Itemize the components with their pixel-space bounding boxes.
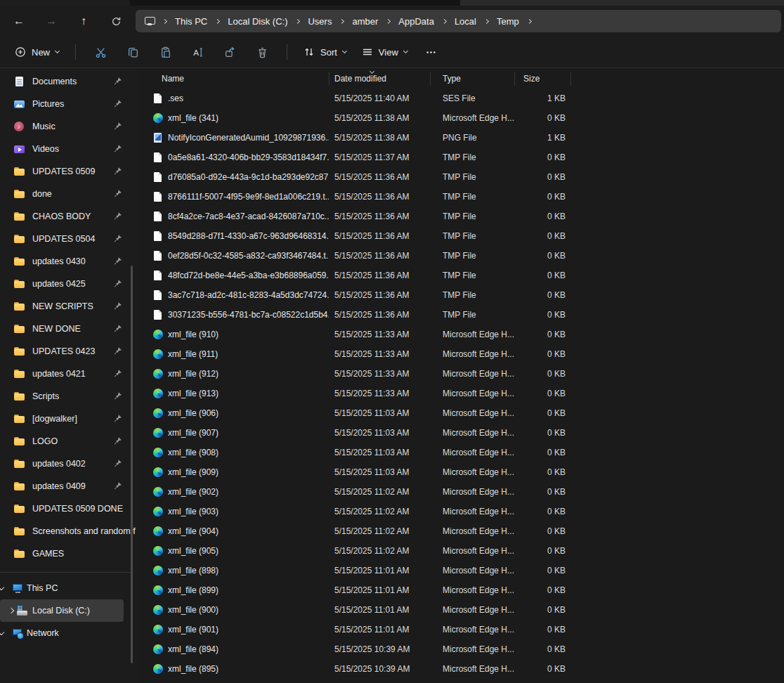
table-row[interactable]: xml_file (341)5/15/2025 11:38 AMMicrosof… (141, 108, 784, 128)
breadcrumb-item[interactable]: This PC (174, 15, 209, 28)
address-bar[interactable]: This PCLocal Disk (C:)UsersamberAppDataL… (136, 10, 781, 32)
breadcrumb-item[interactable]: Temp (495, 15, 521, 28)
chevron-down-icon[interactable] (0, 630, 4, 635)
chevron-right-icon[interactable] (8, 608, 14, 613)
sidebar-tree-item-network[interactable]: Network (0, 622, 141, 644)
breadcrumb-item[interactable]: Local (453, 15, 478, 28)
table-row[interactable]: xml_file (910)5/15/2025 11:33 AMMicrosof… (141, 325, 784, 344)
sidebar-item-documents[interactable]: Documents (0, 70, 141, 93)
more-button[interactable] (415, 40, 447, 64)
sidebar-item-games[interactable]: GAMES (0, 542, 141, 565)
breadcrumb-chevron-icon[interactable] (527, 18, 532, 23)
rename-button[interactable]: A (181, 40, 214, 64)
share-button[interactable] (214, 40, 246, 64)
delete-button[interactable] (246, 40, 278, 64)
column-separator[interactable] (430, 72, 431, 86)
sidebar-item-scripts[interactable]: Scripts (0, 385, 141, 408)
sidebar-item-updates-0509-done[interactable]: UPDATES 0509 DONE (0, 497, 141, 520)
breadcrumb-item[interactable]: AppData (397, 15, 436, 28)
sidebar-item-updates-0421[interactable]: updates 0421 (0, 363, 141, 385)
sidebar-tree-item-this-pc[interactable]: This PC (0, 577, 141, 599)
table-row[interactable]: xml_file (903)5/15/2025 11:02 AMMicrosof… (141, 502, 784, 521)
breadcrumb-chevron-icon[interactable] (442, 18, 447, 23)
paste-button[interactable] (149, 40, 181, 64)
sidebar-item-logo[interactable]: LOGO (0, 430, 141, 453)
table-row[interactable]: xml_file (904)5/15/2025 11:02 AMMicrosof… (141, 521, 784, 541)
table-row[interactable]: xml_file (902)5/15/2025 11:02 AMMicrosof… (141, 482, 784, 502)
sidebar-tree-item-local-disk-c-[interactable]: Local Disk (C:) (0, 599, 124, 622)
up-button[interactable]: ↑ (70, 10, 97, 32)
back-button[interactable]: ← (6, 10, 32, 32)
sidebar-scrollbar-thumb[interactable] (131, 266, 133, 663)
breadcrumb-item[interactable]: Users (306, 15, 333, 28)
column-separator[interactable] (514, 72, 515, 86)
table-row[interactable]: 8cf4a2ce-7ac8-4e37-acad-8426087a710c....… (141, 207, 784, 226)
sidebar-item-updates-0423[interactable]: UPDATES 0423 (0, 340, 141, 363)
sidebar-item-pictures[interactable]: Pictures (0, 93, 141, 115)
sidebar-item-new-scripts[interactable]: NEW SCRIPTS (0, 295, 141, 318)
table-row[interactable]: 3ac7c718-ad2c-481c-8283-4a5d3dc74724...5… (141, 285, 784, 305)
breadcrumb-chevron-icon[interactable] (339, 18, 344, 23)
table-row[interactable]: 0a5e8a61-4320-406b-bb29-3583d18434f7....… (141, 148, 784, 167)
breadcrumb-chevron-icon[interactable] (295, 18, 300, 23)
sidebar-item-done[interactable]: done (0, 183, 141, 205)
table-row[interactable]: xml_file (898)5/15/2025 11:01 AMMicrosof… (141, 561, 784, 580)
table-row[interactable]: d76085a0-d92e-443a-9c1d-ba293de92c87...5… (141, 167, 784, 187)
table-row[interactable]: 8549d288-d7f1-4330-a67c-963d96468314....… (141, 226, 784, 246)
refresh-button[interactable] (103, 10, 129, 32)
table-row[interactable]: 30371235-b556-4781-bc7a-c08522c1d5b4...5… (141, 305, 784, 325)
sidebar-item-screenshots-and-random-f[interactable]: Screenshots and random f (0, 520, 141, 542)
sidebar-item-new-done[interactable]: NEW DONE (0, 318, 141, 340)
table-row[interactable]: 48fcd72d-be8e-44e5-a3ba-e3b68896a059...5… (141, 266, 784, 285)
breadcrumb-chevron-icon[interactable] (484, 18, 489, 23)
table-row[interactable]: 8766111f-5007-4f95-9e9f-8ed1a006c219.t..… (141, 187, 784, 207)
table-row[interactable]: xml_file (908)5/15/2025 11:03 AMMicrosof… (141, 443, 784, 462)
sidebar-item-updates-0402[interactable]: updates 0402 (0, 453, 141, 475)
table-row[interactable]: xml_file (907)5/15/2025 11:03 AMMicrosof… (141, 423, 784, 443)
copy-button[interactable] (117, 40, 149, 64)
chevron-down-icon[interactable] (0, 585, 4, 590)
column-separator[interactable] (570, 72, 571, 86)
breadcrumb-chevron-icon[interactable] (215, 18, 220, 23)
sidebar-item-chaos-body[interactable]: CHAOS BODY (0, 205, 141, 228)
sidebar-item-updates-0504[interactable]: UPDATES 0504 (0, 228, 141, 250)
column-header-date-modified[interactable]: Date modified (329, 74, 430, 84)
table-row[interactable]: NotifyIconGeneratedAumid_10929871936...5… (141, 128, 784, 148)
sidebar-item-updates-0425[interactable]: updates 0425 (0, 273, 141, 295)
column-header-type[interactable]: Type (430, 74, 514, 84)
view-button[interactable]: View (354, 40, 415, 64)
table-row[interactable]: xml_file (912)5/15/2025 11:33 AMMicrosof… (141, 364, 784, 384)
table-row[interactable]: xml_file (905)5/15/2025 11:02 AMMicrosof… (141, 541, 784, 561)
folder-icon (13, 413, 25, 424)
breadcrumb-chevron-icon[interactable] (386, 18, 391, 23)
table-row[interactable]: xml_file (895)5/15/2025 10:39 AMMicrosof… (141, 659, 784, 679)
table-row[interactable]: xml_file (909)5/15/2025 11:03 AMMicrosof… (141, 462, 784, 482)
sidebar-item-updates-0509[interactable]: UPDATES 0509 (0, 160, 141, 183)
sidebar-item--dogwalker-[interactable]: [dogwalker] (0, 408, 141, 430)
table-row[interactable]: 0ef28d5f-0c32-4585-a832-ca93f3467484.t..… (141, 246, 784, 266)
sidebar-item-updates-0409[interactable]: updates 0409 (0, 475, 141, 497)
table-row[interactable]: xml_file (913)5/15/2025 11:33 AMMicrosof… (141, 384, 784, 403)
new-button[interactable]: New (7, 40, 67, 64)
table-row[interactable]: xml_file (899)5/15/2025 11:01 AMMicrosof… (141, 580, 784, 600)
breadcrumb-item[interactable]: amber (351, 15, 379, 28)
forward-button[interactable]: → (38, 10, 65, 32)
cut-button[interactable] (84, 40, 117, 64)
column-header-size[interactable]: Size (514, 74, 570, 84)
sidebar-item-music[interactable]: Music (0, 115, 141, 138)
table-row[interactable]: xml_file (906)5/15/2025 11:03 AMMicrosof… (141, 403, 784, 423)
table-row[interactable]: xml_file (900)5/15/2025 11:01 AMMicrosof… (141, 600, 784, 620)
breadcrumb-item[interactable]: Local Disk (C:) (226, 15, 289, 28)
sidebar-item-videos[interactable]: Videos (0, 138, 141, 160)
table-row[interactable]: xml_file (911)5/15/2025 11:33 AMMicrosof… (141, 344, 784, 364)
sidebar-item-updates-0430[interactable]: updates 0430 (0, 250, 141, 273)
table-row[interactable]: .ses5/15/2025 11:40 AMSES File1 KB (141, 89, 784, 108)
column-header-name[interactable]: Name (141, 74, 329, 84)
column-separator[interactable] (329, 72, 329, 86)
sort-button[interactable]: Sort (296, 40, 354, 64)
edge-icon (152, 565, 164, 576)
breadcrumb-chevron-icon[interactable] (162, 18, 167, 23)
table-row[interactable]: xml_file (894)5/15/2025 10:39 AMMicrosof… (141, 639, 784, 659)
pin-icon (113, 167, 122, 176)
table-row[interactable]: xml_file (901)5/15/2025 11:01 AMMicrosof… (141, 620, 784, 639)
